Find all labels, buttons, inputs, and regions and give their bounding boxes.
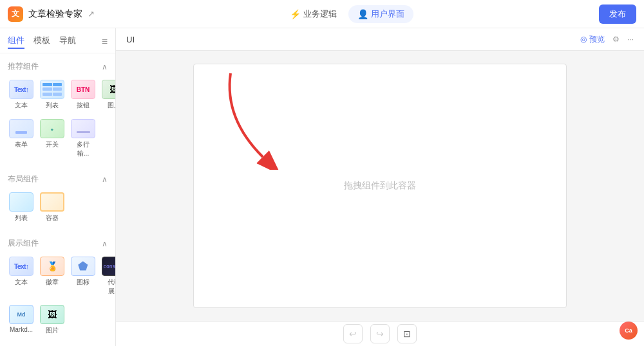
image-icon <box>102 80 116 99</box>
section-layout-toggle[interactable]: ∧ <box>102 175 108 184</box>
component-badge[interactable]: 徽章 <box>39 254 66 298</box>
component-code[interactable]: const{} 代码展... <box>100 254 116 298</box>
nav-business-logic[interactable]: ⚡ 业务逻辑 <box>281 5 346 23</box>
image-label-2: 图片 <box>46 326 59 335</box>
canvas-body: 拖拽组件到此容器 <box>116 51 644 321</box>
main-content: 组件 模板 导航 ≡ 推荐组件 ∧ Text↑ 文本 <box>0 28 644 346</box>
tab-templates[interactable]: 模板 <box>33 35 50 49</box>
badge-label: 徽章 <box>46 278 59 287</box>
list-layout-label: 列表 <box>15 214 28 223</box>
topbar-center: ⚡ 业务逻辑 👤 用户界面 <box>281 5 413 23</box>
app-logo: 文 <box>8 6 23 22</box>
text-label: 文本 <box>15 101 28 110</box>
tab-navigation[interactable]: 导航 <box>59 35 76 49</box>
canvas-footer: ↩ ↪ ⊡ <box>116 321 644 346</box>
component-text-2[interactable]: Text↑ 文本 <box>8 254 35 298</box>
component-icon-comp[interactable]: ⬟ 图标 <box>70 254 97 298</box>
section-recommended-toggle[interactable]: ∧ <box>102 62 108 71</box>
avatar: Ca <box>620 322 638 340</box>
switch-label: 开关 <box>46 140 59 149</box>
component-markdown[interactable]: Md Markd... <box>8 302 35 338</box>
component-button-1[interactable]: BTN 按钮 <box>70 77 97 113</box>
logic-icon: ⚡ <box>290 9 301 19</box>
external-link-icon[interactable]: ↗ <box>88 9 95 19</box>
section-display-toggle[interactable]: ∧ <box>102 239 108 248</box>
container-icon <box>40 192 64 212</box>
list-layout-icon <box>9 192 33 212</box>
badge-icon <box>40 257 64 276</box>
drop-hint: 拖拽组件到此容器 <box>344 180 416 192</box>
sidebar-tab-bar: 组件 模板 导航 ≡ <box>0 28 115 53</box>
image-icon-2 <box>40 305 64 324</box>
image-label: 图片 <box>108 101 116 110</box>
component-container[interactable]: 容器 <box>39 190 66 225</box>
section-display-header: 展示组件 ∧ <box>8 238 108 249</box>
canvas-header-actions: ◎ 预览 ⚙ ··· <box>580 34 634 45</box>
display-grid: Text↑ 文本 徽章 ⬟ 图标 const{} 代码展... Md Ma <box>8 254 108 338</box>
undo-button[interactable]: ↩ <box>343 324 363 343</box>
section-input: 输入组件 ∧ BTN 按钮 表单 开关 <box>0 343 115 346</box>
switch-icon <box>40 119 64 138</box>
topbar-left: 文 文章检验专家 ↗ <box>8 6 95 22</box>
more-button[interactable]: ··· <box>627 35 634 44</box>
component-image-2[interactable]: 图片 <box>39 302 66 338</box>
section-recommended-title: 推荐组件 <box>8 61 39 72</box>
form-icon <box>9 119 33 138</box>
tab-components[interactable]: 组件 <box>8 35 24 49</box>
markdown-icon: Md <box>9 305 33 324</box>
canvas-header: UI ◎ 预览 ⚙ ··· <box>116 28 644 51</box>
component-image-1[interactable]: 图片 <box>100 77 116 113</box>
publish-button[interactable]: 发布 <box>599 5 636 24</box>
settings-button[interactable]: ⚙ <box>612 35 620 44</box>
user-icon: 👤 <box>357 9 368 19</box>
component-list-1[interactable]: 列表 <box>39 77 66 113</box>
section-layout-title: 布局组件 <box>8 174 39 185</box>
list-label: 列表 <box>46 101 59 110</box>
section-recommended: 推荐组件 ∧ Text↑ 文本 列表 BTN <box>0 53 115 166</box>
code-icon: const{} <box>102 257 116 276</box>
form-label: 表单 <box>15 140 28 149</box>
text-label-2: 文本 <box>15 278 28 287</box>
canvas-area: UI ◎ 预览 ⚙ ··· 拖拽组件到此容器 ↩ ↪ ⊡ Ca <box>116 28 644 346</box>
avatar-text: Ca <box>625 327 632 334</box>
component-multiline-1[interactable]: 多行输... <box>70 116 97 161</box>
section-display-title: 展示组件 <box>8 238 39 249</box>
icon-comp-icon: ⬟ <box>71 257 95 276</box>
topbar-right: 发布 <box>599 5 636 24</box>
layout-grid: 列表 容器 <box>8 190 108 225</box>
sidebar-tabs-group: 组件 模板 导航 <box>8 35 76 49</box>
app-title: 文章检验专家 <box>28 8 82 20</box>
list-icon <box>40 80 64 99</box>
nav-user-interface[interactable]: 👤 用户界面 <box>348 5 413 23</box>
icon-comp-label: 图标 <box>77 278 90 287</box>
recommended-grid: Text↑ 文本 列表 BTN 按钮 图片 <box>8 77 108 161</box>
container-label: 容器 <box>46 214 59 223</box>
component-text-1[interactable]: Text↑ 文本 <box>8 77 35 113</box>
save-button[interactable]: ⊡ <box>397 324 417 343</box>
redo-button[interactable]: ↪ <box>370 324 390 343</box>
sidebar: 组件 模板 导航 ≡ 推荐组件 ∧ Text↑ 文本 <box>0 28 116 346</box>
section-display: 展示组件 ∧ Text↑ 文本 徽章 ⬟ 图标 const{} 代码 <box>0 230 115 343</box>
multiline-icon <box>71 119 95 138</box>
button-icon: BTN <box>71 80 95 99</box>
code-label: 代码展... <box>102 278 116 296</box>
topbar: 文 文章检验专家 ↗ ⚡ 业务逻辑 👤 用户界面 发布 <box>0 0 644 28</box>
canvas-title: UI <box>126 35 135 44</box>
button-label: 按钮 <box>77 101 90 110</box>
logo-icon: 文 <box>12 8 19 19</box>
component-list-layout[interactable]: 列表 <box>8 190 35 225</box>
component-form-1[interactable]: 表单 <box>8 116 35 161</box>
multiline-label: 多行输... <box>71 140 95 158</box>
component-switch-1[interactable]: 开关 <box>39 116 66 161</box>
section-layout: 布局组件 ∧ 列表 容器 <box>0 166 115 230</box>
canvas-drop-zone[interactable]: 拖拽组件到此容器 <box>193 64 567 308</box>
section-layout-header: 布局组件 ∧ <box>8 174 108 185</box>
preview-icon: ◎ <box>580 35 587 44</box>
text-icon-2: Text↑ <box>9 257 33 276</box>
collapse-icon[interactable]: ≡ <box>102 36 108 48</box>
text-icon: Text↑ <box>9 80 33 99</box>
preview-button[interactable]: ◎ 预览 <box>580 34 605 45</box>
markdown-label: Markd... <box>10 326 33 333</box>
section-recommended-header: 推荐组件 ∧ <box>8 61 108 72</box>
